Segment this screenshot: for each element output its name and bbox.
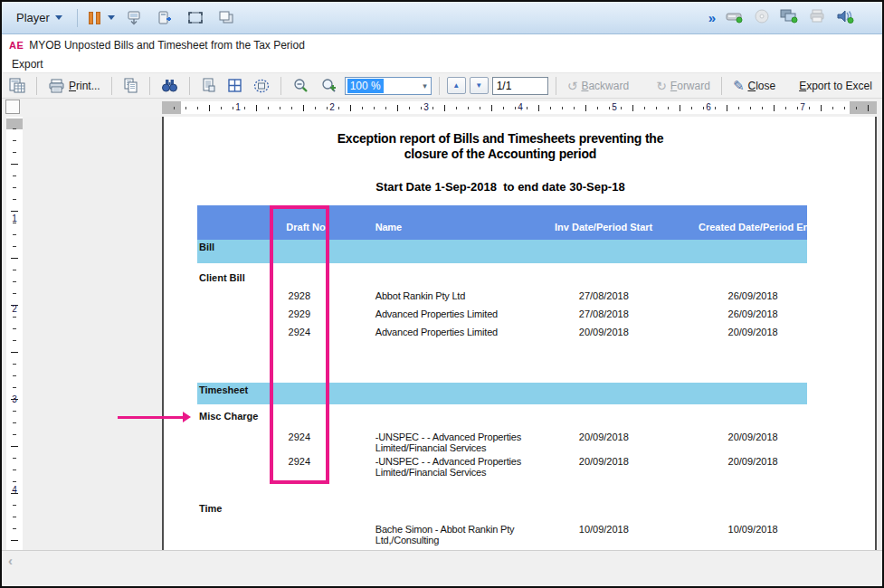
- monitors-status-icon[interactable]: [779, 8, 799, 28]
- print-button[interactable]: Print...: [44, 76, 104, 96]
- next-page-button[interactable]: ▼: [470, 77, 489, 94]
- page-number-field[interactable]: [492, 77, 548, 95]
- drive-status-icon[interactable]: [725, 8, 745, 28]
- chevron-down-icon: [55, 15, 62, 20]
- printer-status-icon[interactable]: [808, 8, 826, 28]
- ruler-number: 6: [706, 101, 711, 114]
- ruler-number: 3: [423, 101, 429, 114]
- backward-button[interactable]: ↺ Backward: [564, 77, 632, 95]
- collapse-chevron-icon[interactable]: ‹: [8, 553, 13, 568]
- send-shortcut-icon[interactable]: [125, 10, 143, 26]
- ruler-number: 1: [235, 101, 241, 114]
- close-label: Close: [747, 80, 775, 92]
- menu-bar: Export: [2, 55, 882, 72]
- forward-button[interactable]: ↻ Forward: [652, 77, 714, 95]
- pause-icon[interactable]: [89, 12, 100, 24]
- ruler-number: 2: [329, 101, 335, 114]
- pen-icon: ✎: [733, 79, 745, 92]
- previous-page-button[interactable]: ▲: [447, 77, 466, 94]
- zoom-out-icon[interactable]: [289, 75, 313, 96]
- column-header-created-date: Created Date/Period End: [699, 220, 807, 240]
- toolbar-separator: [77, 9, 78, 27]
- window-title-bar: AE MYOB Unposted Bills and Timesheet fro…: [2, 34, 882, 55]
- backward-label: Backward: [581, 80, 629, 92]
- cascade-windows-icon[interactable]: [217, 10, 235, 26]
- forward-icon: ↻: [656, 80, 667, 92]
- multi-page-view-icon[interactable]: [223, 75, 246, 96]
- column-header-inv-date: Inv Date/Period Start: [545, 220, 662, 240]
- ruler-number: 4: [518, 101, 523, 114]
- player-menu-button[interactable]: Player: [9, 8, 70, 27]
- column-header-name: Name: [375, 220, 534, 240]
- backward-icon: ↺: [567, 80, 578, 92]
- page-setup-icon[interactable]: [250, 76, 273, 96]
- ae-logo: AE: [9, 40, 24, 51]
- magenta-arrow: [118, 412, 191, 422]
- vertical-ruler: 1234: [6, 117, 23, 550]
- copy-report-icon[interactable]: [5, 75, 29, 96]
- status-icons: »: [708, 8, 875, 28]
- ruler-number: 3: [6, 394, 23, 404]
- bottom-bar: ‹: [2, 550, 882, 586]
- report-title: Exception report of Bills and Timesheets…: [164, 131, 837, 162]
- export-to-excel-label: Export to Excel: [799, 80, 872, 92]
- close-button[interactable]: ✎ Close: [729, 76, 779, 95]
- magenta-highlight-box: [270, 205, 329, 484]
- arrow-down-icon: ▼: [475, 81, 482, 90]
- player-menu-label: Player: [16, 11, 50, 24]
- connect-device-icon[interactable]: [156, 10, 174, 26]
- cd-status-icon[interactable]: [754, 8, 770, 28]
- arrow-up-icon: ▲: [452, 81, 460, 90]
- report-subtitle: Start Date 1-Sep-2018 to end date 30-Sep…: [164, 180, 837, 194]
- horizontal-ruler-row: 1234567: [2, 99, 882, 117]
- combo-dropdown-icon[interactable]: ▾: [423, 81, 429, 90]
- single-page-view-icon[interactable]: [197, 75, 220, 96]
- ruler-number: 2: [6, 304, 23, 314]
- printer-icon: [48, 79, 65, 93]
- copy-icon[interactable]: [119, 75, 142, 96]
- table-row: Bache Simon - Abbot Rankin Pty Ltd,/Cons…: [197, 522, 807, 546]
- print-label: Print...: [69, 80, 100, 92]
- application-window: Player »: [0, 0, 884, 588]
- find-icon[interactable]: [157, 76, 182, 95]
- fit-to-screen-icon[interactable]: [186, 10, 204, 26]
- horizontal-ruler: 1234567: [162, 101, 877, 114]
- forward-label: Forward: [670, 80, 710, 92]
- overflow-chevron-icon[interactable]: »: [708, 10, 716, 25]
- ruler-number: 7: [800, 101, 805, 114]
- zoom-combobox[interactable]: 100 % ▾: [345, 77, 432, 95]
- group-row-time: Time: [197, 501, 807, 517]
- ruler-corner-box: [5, 100, 20, 114]
- zoom-in-icon[interactable]: [317, 75, 341, 96]
- player-toolbar: Player »: [2, 2, 882, 34]
- report-toolbar: Print... 100 % ▾ ▲ ▼: [2, 72, 882, 99]
- report-page: Exception report of Bills and Timesheets…: [162, 117, 877, 550]
- ruler-number: 4: [6, 485, 23, 495]
- ruler-number: 1: [6, 213, 23, 223]
- menu-item-export[interactable]: Export: [7, 57, 48, 71]
- ruler-number: 5: [612, 101, 617, 114]
- window-title: MYOB Unposted Bills and Timesheet from t…: [29, 39, 305, 52]
- audio-status-icon[interactable]: [835, 8, 855, 28]
- report-canvas: 1234 Exception report of Bills and Times…: [2, 117, 882, 550]
- zoom-value: 100 %: [347, 79, 384, 93]
- export-to-excel-button[interactable]: Export to Excel: [795, 77, 876, 95]
- pause-options-chevron-icon[interactable]: [108, 15, 115, 20]
